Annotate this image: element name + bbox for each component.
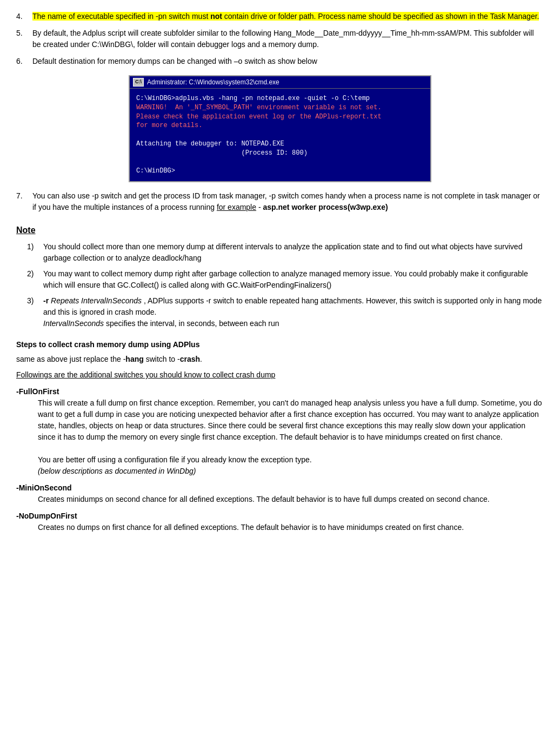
note-item1-num: 1) [27, 241, 43, 264]
full-on-first-extra2: (below descriptions as documented in Win… [38, 466, 544, 477]
cmd-titlebar: C:\ Administrator: C:\Windows\system32\c… [130, 76, 430, 89]
full-on-first-section: -FullOnFirst This will create a full dum… [16, 386, 544, 477]
cmd-line9: C:\WinDBG> [136, 167, 175, 175]
item7-for-example: for example [217, 203, 256, 211]
note-item3-italic2: IntervalInSeconds [43, 319, 104, 328]
item7-content: You can also use -p switch and get the p… [32, 190, 544, 213]
hang-text: hang [125, 355, 143, 363]
same-as-line: same as above just replace the -hang swi… [16, 354, 544, 365]
note-item-2: 2) You may want to collect memory dump r… [27, 268, 544, 291]
cmd-line7: (Process ID: 800) [136, 149, 308, 157]
cmd-body: C:\WinDBG>adplus.vbs -hang -pn notepad.e… [130, 89, 430, 181]
item4-not: not [210, 12, 222, 21]
item6-number: 6. [16, 56, 32, 67]
note-item3-content: -r Repeats IntervalInSeconds , ADPlus su… [43, 295, 544, 329]
crash-text: crash [180, 355, 200, 363]
note-item2-num: 2) [27, 268, 43, 291]
list-item-5: 5. By default, the Adplus script will cr… [16, 28, 544, 50]
full-on-first-italic: (below descriptions as documented in Win… [38, 467, 196, 475]
cmd-titlebar-text: Administrator: C:\Windows\system32\cmd.e… [147, 77, 279, 87]
item4-number: 4. [16, 11, 32, 22]
cmd-titlebar-icon: C:\ [133, 78, 144, 87]
full-on-first-body: This will create a full dump on first ch… [38, 397, 544, 477]
item4-highlighted: The name of executable specified in -pn … [32, 12, 539, 21]
item5-content: By default, the Adplus script will creat… [32, 28, 544, 50]
note-item-3: 3) -r Repeats IntervalInSeconds , ADPlus… [27, 295, 544, 329]
note-item3-italic: Repeats IntervalInSeconds [49, 296, 142, 305]
no-dump-on-first-name: -NoDumpOnFirst [16, 510, 544, 522]
list-item-7: 7. You can also use -p switch and get th… [16, 190, 544, 213]
item7-dash: - [256, 203, 263, 211]
middle-text: switch to - [144, 355, 180, 363]
item7-bold: asp.net worker process(w3wp.exe) [263, 203, 388, 211]
mini-on-second-name: -MiniOnSecond [16, 482, 544, 494]
mini-on-second-body: Creates minidumps on second chance for a… [38, 494, 544, 505]
full-on-first-text: This will create a full dump on first ch… [38, 399, 542, 441]
cmd-line2: WARNING! An '_NT_SYMBOL_PATH' environmen… [136, 104, 382, 111]
note-item3-num: 3) [27, 295, 43, 329]
full-on-first-extra1: You are better off using a configuration… [38, 454, 544, 466]
cmd-line1: C:\WinDBG>adplus.vbs -hang -pn notepad.e… [136, 95, 370, 102]
note-item3-dash-r: -r [43, 296, 49, 305]
cmd-line4: for more details. [136, 122, 202, 129]
note-item1-content: You should collect more than one memory … [43, 241, 544, 264]
note-section: Note 1) You should collect more than one… [16, 224, 544, 329]
steps-title: Steps to collect crash memory dump using… [16, 339, 544, 350]
note-item-1: 1) You should collect more than one memo… [27, 241, 544, 264]
note-title: Note [16, 224, 544, 237]
no-dump-on-first-section: -NoDumpOnFirst Creates no dumps on first… [16, 510, 544, 533]
cmd-line6: Attaching the debugger to: NOTEPAD.EXE [136, 140, 284, 148]
cmd-window: C:\ Administrator: C:\Windows\system32\c… [129, 75, 431, 182]
list-item-4: 4. The name of executable specified in -… [16, 11, 544, 22]
item5-number: 5. [16, 28, 32, 50]
item7-number: 7. [16, 190, 32, 213]
mini-on-second-section: -MiniOnSecond Creates minidumps on secon… [16, 482, 544, 505]
same-as-text: same as above just replace the - [16, 355, 125, 363]
steps-section: Steps to collect crash memory dump using… [16, 339, 544, 381]
item4-content: The name of executable specified in -pn … [32, 11, 539, 22]
list-item-6: 6. Default destination for memory dumps … [16, 56, 544, 67]
item6-content: Default destination for memory dumps can… [32, 56, 317, 67]
note-item2-content: You may want to collect memory dump righ… [43, 268, 544, 291]
followings-link: Followings are the additional switches y… [16, 369, 544, 381]
cmd-line3: Please check the application event log o… [136, 113, 382, 121]
full-on-first-name: -FullOnFirst [16, 386, 544, 397]
period: . [200, 355, 202, 363]
no-dump-on-first-body: Creates no dumps on first chance for all… [38, 522, 544, 533]
